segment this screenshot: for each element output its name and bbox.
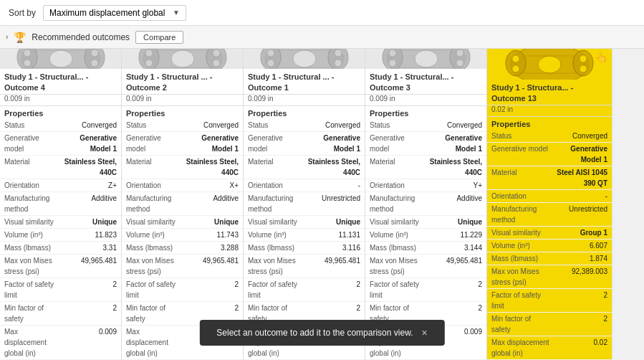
card-subtitle-outcome1: 0.009 in [244, 95, 365, 106]
props-label-outcome1: Properties [244, 106, 365, 119]
prop-material-outcome1: Material Stainless Steel, 440C [244, 156, 365, 179]
prop-material-outcome13: Material Steel AISI 1045 390 QT [487, 166, 612, 190]
svg-point-37 [456, 60, 463, 67]
card-image-outcome13: 👆 [487, 49, 612, 80]
svg-point-17 [213, 60, 220, 67]
svg-point-25 [267, 60, 274, 67]
outcome-card-outcome2[interactable]: Study 1 - Structural ... - Outcome 2 0.0… [122, 49, 244, 360]
prop-stress-outcome1: Max von Mises stress (psi) 49,965.481 [244, 255, 365, 278]
prop-mfg-outcome3: Manufacturing method Additive [365, 192, 486, 216]
prop-stress-outcome2: Max von Mises stress (psi) 49,965.481 [122, 255, 243, 278]
prop-visual-outcome3: Visual similarity Unique [365, 216, 486, 229]
outcomes-label: Recommended outcomes [32, 32, 130, 42]
prop-minfos-outcome4: Min factor of safety 2 [0, 302, 121, 326]
props-label-outcome13: Properties [487, 117, 612, 130]
card-subtitle-outcome2: 0.009 in [122, 95, 243, 106]
props-label-outcome2: Properties [122, 106, 243, 119]
prop-stress-outcome3: Max von Mises stress (psi) 49,965.481 [365, 255, 486, 278]
card-image-outcome1 [244, 49, 365, 69]
svg-point-45 [512, 65, 519, 72]
svg-point-13 [171, 50, 194, 67]
prop-fos-outcome4: Factor of safety limit 2 [0, 278, 121, 302]
outcome-card-outcome1[interactable]: Study 1 - Structural ... - Outcome 1 0.0… [244, 49, 365, 360]
prop-visual-outcome13: Visual similarity Group 1 [487, 227, 612, 240]
prop-genmodel-outcome1: Generative model Generative Model 1 [244, 132, 365, 156]
prop-orientation-outcome13: Orientation - [487, 190, 612, 203]
svg-point-34 [389, 49, 396, 57]
prop-visual-outcome2: Visual similarity Unique [122, 216, 243, 229]
card-subtitle-outcome3: 0.009 in [365, 95, 486, 106]
card-title-outcome4: Study 1 - Structural... - Outcome 4 [0, 69, 121, 95]
card-image-outcome2 [122, 49, 243, 69]
svg-point-23 [293, 50, 316, 67]
prop-mfg-outcome13: Manufacturing method Unrestricted [487, 203, 612, 227]
props-label-outcome4: Properties [0, 106, 121, 119]
svg-point-44 [512, 55, 519, 62]
prop-material-outcome4: Material Stainless Steel, 440C [0, 156, 121, 179]
card-image-outcome4 [0, 49, 121, 69]
svg-point-35 [389, 60, 396, 67]
prop-disp-outcome13: Max displacement global (in) 0.02 [487, 336, 612, 360]
prop-genmodel-outcome3: Generative model Generative Model 1 [365, 132, 486, 156]
prop-orientation-outcome3: Orientation Y+ [365, 179, 486, 192]
prop-orientation-outcome4: Orientation Z+ [0, 179, 121, 192]
sort-dropdown[interactable]: Maximum displacement global ▼ [43, 5, 186, 21]
svg-point-24 [267, 49, 274, 57]
prop-genmodel-outcome13: Generative model Generative Model 1 [487, 143, 612, 166]
prop-mfg-outcome1: Manufacturing method Unrestricted [244, 192, 365, 216]
prop-stress-outcome13: Max von Mises stress (psi) 92,389.003 [487, 265, 612, 289]
card-subtitle-outcome13: 0.02 in [487, 105, 612, 117]
prop-mass-outcome2: Mass (lbmass) 3.288 [122, 242, 243, 255]
hand-icon: 👆 [595, 52, 607, 63]
toast-message: Select an outcome to add it to the compa… [216, 328, 413, 338]
prop-fos-outcome1: Factor of safety limit 2 [244, 278, 365, 302]
chevron-down-icon: ▼ [173, 9, 180, 16]
outcome-card-outcome13[interactable]: 👆 Study 1 - Structura... - Outcome 13 0.… [487, 49, 612, 360]
sort-value: Maximum displacement global [49, 8, 165, 18]
card-title-outcome1: Study 1 - Structural ... - Outcome 1 [244, 69, 365, 95]
svg-point-6 [91, 49, 98, 57]
prop-mass-outcome3: Mass (lbmass) 3.144 [365, 242, 486, 255]
card-subtitle-outcome4: 0.009 in [0, 95, 121, 106]
compare-button[interactable]: Compare [135, 31, 183, 44]
prop-visual-outcome4: Visual similarity Unique [0, 216, 121, 229]
prop-status-outcome4: Status Converged [0, 119, 121, 132]
svg-point-14 [145, 49, 153, 57]
svg-point-3 [49, 50, 72, 67]
outcomes-bar: › 🏆 Recommended outcomes Compare [0, 26, 644, 49]
svg-point-4 [24, 49, 31, 57]
prop-material-outcome3: Material Stainless Steel, 440C [365, 156, 486, 179]
prop-volume-outcome1: Volume (in³) 11.131 [244, 229, 365, 242]
prop-fos-outcome13: Factor of safety limit 2 [487, 289, 612, 313]
prop-status-outcome3: Status Converged [365, 119, 486, 132]
cards-container: Study 1 - Structural... - Outcome 4 0.00… [0, 49, 644, 360]
outcome-card-outcome4[interactable]: Study 1 - Structural... - Outcome 4 0.00… [0, 49, 122, 360]
trophy-icon: 🏆 [14, 32, 26, 43]
prop-material-outcome2: Material Stainless Steel, 440C [122, 156, 243, 179]
prop-fos-outcome3: Factor of safety limit 2 [365, 278, 486, 302]
prop-volume-outcome13: Volume (in³) 6.607 [487, 240, 612, 252]
svg-point-7 [91, 60, 98, 67]
prop-status-outcome2: Status Converged [122, 119, 243, 132]
sort-label: Sort by [9, 8, 36, 18]
prop-orientation-outcome1: Orientation - [244, 179, 365, 192]
prop-minfos-outcome13: Min factor of safety 2 [487, 313, 612, 336]
svg-point-36 [456, 49, 463, 57]
top-bar: Sort by Maximum displacement global ▼ [0, 0, 644, 26]
prop-mass-outcome1: Mass (lbmass) 3.116 [244, 242, 365, 255]
prop-fos-outcome2: Factor of safety limit 2 [122, 278, 243, 302]
card-image-outcome3 [365, 49, 486, 69]
prop-stress-outcome4: Max von Mises stress (psi) 49,965.481 [0, 255, 121, 278]
collapse-icon[interactable]: › [6, 33, 8, 41]
prop-mass-outcome4: Mass (lbmass) 3.31 [0, 242, 121, 255]
svg-point-5 [24, 60, 31, 67]
toast-close-button[interactable]: × [421, 327, 427, 338]
svg-point-33 [415, 50, 438, 67]
prop-status-outcome13: Status Converged [487, 130, 612, 143]
props-label-outcome3: Properties [365, 106, 486, 119]
card-title-outcome2: Study 1 - Structural ... - Outcome 2 [122, 69, 243, 95]
svg-point-26 [335, 49, 342, 57]
outcome-card-outcome3[interactable]: Study 1 - Structural... - Outcome 3 0.00… [365, 49, 487, 360]
prop-volume-outcome3: Volume (in³) 11.229 [365, 229, 486, 242]
prop-visual-outcome1: Visual similarity Unique [244, 216, 365, 229]
